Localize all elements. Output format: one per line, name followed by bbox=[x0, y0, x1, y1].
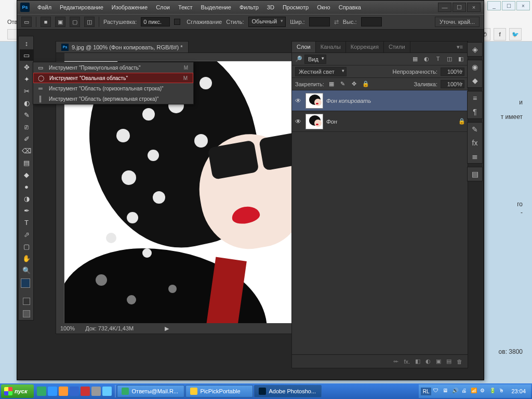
strip-swatches-icon[interactable]: ◉ bbox=[469, 62, 481, 72]
tool-zoom[interactable]: 🔍 bbox=[20, 264, 33, 276]
menu-edit[interactable]: Редактирование bbox=[56, 2, 107, 12]
blend-mode-select[interactable]: Жесткий свет bbox=[295, 67, 347, 76]
menu-help[interactable]: Справка bbox=[335, 2, 365, 12]
tool-heal[interactable]: ✎ bbox=[20, 109, 33, 121]
bg-close-icon[interactable]: × bbox=[516, 1, 530, 10]
quickmask-button[interactable] bbox=[20, 296, 33, 307]
bg-social-3[interactable]: 🐦 bbox=[509, 28, 522, 41]
menu-file[interactable]: Файл bbox=[34, 2, 55, 12]
width-input[interactable] bbox=[309, 17, 330, 26]
flyout-ellipse-marquee[interactable]: ◯ Инструмент "Овальная область" M bbox=[33, 73, 193, 83]
strip-brush-icon[interactable]: ✎ bbox=[469, 125, 481, 134]
flyout-col-marquee[interactable]: ║ Инструмент "Область (вертикальная стро… bbox=[33, 94, 193, 104]
layer-name[interactable]: Фон копировать bbox=[326, 98, 466, 104]
feather-input[interactable]: 0 пикс. bbox=[141, 17, 170, 26]
flyout-row-marquee[interactable]: ═ Инструмент "Область (горизонтальная ст… bbox=[33, 83, 193, 94]
color-swatches[interactable] bbox=[20, 276, 32, 294]
tool-path[interactable]: ⬀ bbox=[20, 229, 33, 240]
trash-icon[interactable]: 🗑 bbox=[457, 358, 462, 365]
tool-preset-icon[interactable]: ▭ bbox=[21, 17, 32, 27]
tool-gradient[interactable]: ◆ bbox=[20, 169, 33, 180]
bg-home-icon[interactable] bbox=[7, 29, 18, 39]
opacity-input[interactable]: 100% bbox=[441, 68, 464, 76]
lock-all-icon[interactable]: 🔒 bbox=[362, 81, 370, 87]
tool-blur[interactable]: ● bbox=[20, 181, 33, 192]
zoom-level[interactable]: 100% bbox=[60, 325, 75, 331]
bg-min-icon[interactable]: _ bbox=[487, 1, 501, 10]
clock[interactable]: 23:04 bbox=[508, 388, 529, 394]
ql-icon-1[interactable] bbox=[37, 387, 46, 396]
antialias-checkbox[interactable] bbox=[174, 19, 180, 25]
ps-titlebar[interactable]: Ps Файл Редактирование Изображение Слои … bbox=[17, 1, 484, 14]
tray-icon-1[interactable]: 🛡 bbox=[433, 388, 441, 395]
bg-social-2[interactable]: f bbox=[494, 28, 506, 41]
refine-edge-button[interactable]: Уточн. край... bbox=[435, 17, 480, 27]
fill-input[interactable]: 100% bbox=[441, 80, 464, 88]
document-tab[interactable]: Ps 9.jpg @ 100% (Фон копировать, RGB/8#)… bbox=[56, 41, 189, 52]
layer-thumb[interactable] bbox=[305, 114, 323, 129]
new-layer-icon[interactable]: ▤ bbox=[446, 358, 451, 365]
mask-icon[interactable]: ◧ bbox=[415, 358, 420, 365]
filter-adjust-icon[interactable]: ◐ bbox=[423, 56, 430, 62]
layer-row-selected[interactable]: 👁 Фон копировать bbox=[292, 90, 468, 111]
tool-crop[interactable]: ✂ bbox=[20, 85, 33, 97]
link-layers-icon[interactable]: ⬰ bbox=[393, 358, 398, 365]
ql-icon-6[interactable] bbox=[91, 387, 101, 396]
filter-shape-icon[interactable]: ◫ bbox=[446, 56, 453, 62]
tool-eraser[interactable]: ▤ bbox=[20, 157, 33, 168]
strip-actions-icon[interactable]: ≣ bbox=[469, 152, 481, 161]
tool-dodge[interactable]: ◑ bbox=[20, 193, 33, 204]
style-select[interactable]: Обычный bbox=[248, 17, 286, 27]
tray-icon-5[interactable]: 📶 bbox=[471, 388, 478, 395]
screenmode-button[interactable] bbox=[20, 309, 33, 319]
menu-filter[interactable]: Фильтр bbox=[236, 2, 262, 12]
menu-layers[interactable]: Слои bbox=[152, 2, 174, 12]
tool-stamp[interactable]: ✐ bbox=[20, 133, 33, 144]
ps-max-button[interactable]: ☐ bbox=[453, 3, 466, 12]
filter-smart-icon[interactable]: ◧ bbox=[457, 56, 464, 62]
strip-layers-icon[interactable]: ▤ bbox=[469, 169, 481, 179]
layer-thumb[interactable] bbox=[305, 93, 323, 109]
tray-icon-7[interactable]: 🔋 bbox=[489, 388, 497, 395]
menu-image[interactable]: Изображение bbox=[108, 2, 151, 12]
strip-color-icon[interactable]: ◈ bbox=[469, 45, 481, 54]
task-mail[interactable]: Ответы@Mail.R... bbox=[117, 385, 184, 397]
ql-icon-7[interactable] bbox=[102, 387, 112, 396]
tab-channels[interactable]: Каналы bbox=[316, 42, 346, 52]
panel-menu-icon[interactable]: ▾≡ bbox=[453, 42, 468, 52]
ruler-horizontal[interactable] bbox=[64, 53, 304, 61]
tool-hand[interactable]: ✋ bbox=[20, 252, 33, 264]
selection-intersect-icon[interactable]: ◫ bbox=[84, 17, 95, 27]
lock-paint-icon[interactable]: ✎ bbox=[339, 81, 347, 87]
tool-move[interactable]: ↕ bbox=[20, 37, 33, 49]
tray-icon-8[interactable]: 🖱 bbox=[499, 388, 506, 395]
ps-min-button[interactable]: — bbox=[438, 3, 451, 12]
layer-name[interactable]: Фон bbox=[326, 118, 455, 125]
tray-icon-3[interactable]: 🔊 bbox=[452, 388, 459, 395]
tray-icon-2[interactable]: 🖥 bbox=[443, 388, 450, 395]
visibility-icon[interactable]: 👁 bbox=[294, 97, 302, 104]
menu-select[interactable]: Выделение bbox=[197, 2, 235, 12]
strip-fx-icon[interactable]: fx bbox=[469, 138, 481, 148]
lock-trans-icon[interactable]: ▦ bbox=[327, 81, 336, 87]
task-photoshop[interactable]: Adobe Photosho... bbox=[254, 385, 322, 397]
selection-sub-icon[interactable]: ▢ bbox=[70, 17, 80, 27]
lang-indicator[interactable]: RL bbox=[421, 388, 432, 395]
tab-adjustments[interactable]: Коррекция bbox=[346, 42, 384, 52]
filter-kind-select[interactable]: Вид bbox=[304, 55, 326, 64]
selection-new-icon[interactable]: ■ bbox=[41, 17, 51, 27]
tool-history[interactable]: ⌫ bbox=[20, 145, 33, 156]
tool-eyedropper[interactable]: ◐ bbox=[20, 97, 33, 109]
tool-pen[interactable]: ✒ bbox=[20, 205, 33, 216]
tool-brush[interactable]: ⎚ bbox=[20, 121, 33, 132]
filter-pixel-icon[interactable]: ▦ bbox=[411, 56, 419, 62]
selection-add-icon[interactable]: ▣ bbox=[55, 17, 65, 27]
visibility-icon[interactable]: 👁 bbox=[294, 118, 302, 125]
fx-icon[interactable]: fx. bbox=[404, 358, 410, 365]
tab-styles[interactable]: Стили bbox=[384, 42, 410, 52]
filter-type-icon[interactable]: T bbox=[434, 56, 442, 62]
bg-max-icon[interactable]: ☐ bbox=[502, 1, 515, 10]
tray-icon-4[interactable]: 🖨 bbox=[461, 388, 469, 395]
menu-3d[interactable]: 3D bbox=[263, 2, 278, 12]
menu-view[interactable]: Просмотр bbox=[279, 2, 312, 12]
